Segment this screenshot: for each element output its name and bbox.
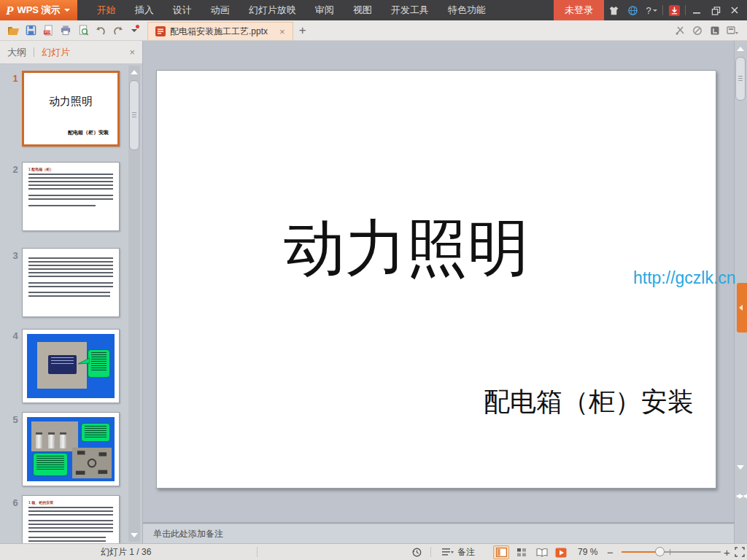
menu-tab-design[interactable]: 设计	[163, 0, 201, 20]
notes-pane[interactable]: 单击此处添加备注	[143, 524, 734, 543]
web-icon[interactable]	[623, 0, 642, 20]
scroll-down-icon[interactable]	[737, 465, 744, 470]
slide-canvas[interactable]: 动力照明 配电箱（柜）安装	[156, 70, 716, 489]
scrollbar-thumb[interactable]	[129, 80, 139, 150]
switch-window-icon[interactable]	[724, 22, 741, 39]
slide-number: 6	[10, 497, 20, 508]
chevron-left-icon	[739, 305, 743, 311]
document-tab-bar: PDF 配电箱安装施工工艺.pptx × +	[0, 20, 747, 41]
tab-slides[interactable]: 幻灯片	[34, 46, 77, 59]
view-slideshow-button[interactable]	[553, 545, 569, 559]
skin-icon[interactable]	[604, 0, 623, 20]
menu-tab-home[interactable]: 开始	[88, 0, 125, 20]
previous-slide-button[interactable]	[736, 481, 747, 494]
menu-tab-developer[interactable]: 开发工具	[382, 0, 438, 20]
slide-number: 3	[10, 250, 20, 261]
slide-counter: 幻灯片 1 / 36	[101, 544, 151, 560]
normal-view-icon	[496, 548, 507, 557]
thumb-image	[27, 417, 115, 481]
view-reading-button[interactable]	[534, 545, 550, 559]
save-icon[interactable]	[22, 22, 39, 39]
slide-thumbnail-6[interactable]: 1 箱、柜的安装	[22, 495, 120, 543]
export-pdf-icon[interactable]: PDF	[39, 22, 57, 39]
print-preview-icon[interactable]	[74, 22, 92, 39]
close-window-icon[interactable]	[725, 0, 744, 20]
print-icon[interactable]	[57, 22, 74, 39]
tools-icon[interactable]	[671, 22, 689, 39]
document-tab-title: 配电箱安装施工工艺.pptx	[170, 26, 268, 38]
tab-outline[interactable]: 大纲	[0, 46, 34, 59]
thumb-text-block	[28, 282, 113, 289]
callout-tail	[78, 358, 90, 365]
open-file-icon[interactable]	[4, 22, 22, 39]
menu-tab-view[interactable]: 视图	[344, 0, 382, 20]
thumb-text-block	[28, 507, 113, 517]
slide-thumbnail-2[interactable]: 1 配电箱（柜）	[22, 162, 120, 231]
slide-thumbnail-5[interactable]	[22, 412, 120, 486]
task-pane-tab[interactable]	[737, 283, 747, 332]
menu-tab-special[interactable]: 特色功能	[438, 0, 495, 20]
undo-icon[interactable]	[92, 22, 109, 39]
slide-number: 4	[10, 330, 20, 341]
fullscreen-icon	[735, 547, 745, 557]
statusbar: 幻灯片 1 / 36 备注 79 % − +	[0, 543, 747, 560]
close-panel-icon[interactable]: ×	[129, 47, 135, 58]
slide-thumbnail-1[interactable]: 动力照明 配电箱（柜）安装	[22, 71, 120, 147]
zoom-slider-thumb[interactable]	[655, 547, 665, 556]
customize-toolbar-icon[interactable]	[127, 22, 142, 39]
scrollbar-thumb[interactable]	[735, 57, 746, 101]
notes-icon	[442, 548, 454, 556]
view-sorter-button[interactable]	[514, 545, 530, 559]
main-scrollbar[interactable]	[734, 41, 747, 543]
menu-tab-slideshow[interactable]: 幻灯片放映	[239, 0, 306, 20]
restore-window-icon[interactable]	[706, 0, 725, 20]
scroll-up-icon[interactable]	[737, 47, 744, 51]
thumb-text-block	[28, 520, 113, 534]
scroll-down-icon[interactable]	[131, 533, 138, 537]
grip-icon	[738, 76, 743, 82]
download-manager-icon[interactable]	[665, 0, 684, 20]
minimize-icon[interactable]	[687, 0, 706, 20]
slide-number: 2	[10, 164, 20, 175]
thumb-text-block	[28, 292, 110, 298]
zoom-level-label: 79 %	[578, 544, 597, 560]
menu-tab-animation[interactable]: 动画	[201, 0, 239, 20]
separator	[430, 547, 431, 557]
history-icon[interactable]	[411, 544, 422, 560]
app-logo[interactable]: P WPS 演示	[0, 0, 77, 20]
separator	[662, 5, 663, 15]
slide-subtitle-text[interactable]: 配电箱（柜）安装	[484, 384, 694, 420]
help-icon[interactable]: ?	[642, 0, 661, 20]
zoom-in-button[interactable]: +	[724, 544, 730, 560]
slide-thumbnail-4[interactable]	[22, 329, 120, 403]
menu-tab-review[interactable]: 审阅	[306, 0, 344, 20]
workspace-icon[interactable]	[706, 22, 724, 39]
chevron-down-icon	[653, 9, 657, 12]
slide-sorter-icon	[516, 548, 527, 557]
notes-label: 备注	[457, 546, 475, 559]
menu-tab-insert[interactable]: 插入	[125, 0, 163, 20]
close-tab-icon[interactable]: ×	[279, 26, 285, 37]
view-normal-button[interactable]	[493, 545, 509, 559]
sync-icon[interactable]	[689, 22, 706, 39]
notes-toggle-button[interactable]: 备注	[442, 544, 475, 560]
notes-splitter[interactable]	[143, 522, 734, 524]
document-tab[interactable]: 配电箱安装施工工艺.pptx ×	[147, 22, 293, 40]
slide-title-text[interactable]: 动力照明	[284, 214, 529, 284]
redo-icon[interactable]	[109, 22, 127, 39]
svg-text:PDF: PDF	[44, 31, 51, 34]
next-slide-button[interactable]	[736, 499, 747, 512]
scroll-up-icon[interactable]	[131, 70, 138, 74]
grip-icon	[132, 112, 136, 118]
slide-hyperlink[interactable]: http://gczlk.cn	[633, 268, 736, 288]
thumbnail-list: 1 动力照明 配电箱（柜）安装 2 1 配电箱（柜） 3 4	[0, 64, 142, 543]
new-tab-button[interactable]: +	[293, 20, 312, 40]
slide-panel-header: 大纲 幻灯片 ×	[0, 41, 142, 64]
zoom-out-button[interactable]: −	[607, 544, 614, 560]
fit-slide-button[interactable]	[735, 544, 745, 560]
menu-bar: 开始 插入 设计 动画 幻灯片放映 审阅 视图 开发工具 特色功能	[88, 0, 495, 20]
chevron-down-icon	[64, 9, 70, 12]
sidebar-scrollbar[interactable]	[128, 66, 140, 542]
login-button[interactable]: 未登录	[554, 0, 604, 20]
slide-thumbnail-3[interactable]	[22, 248, 120, 317]
